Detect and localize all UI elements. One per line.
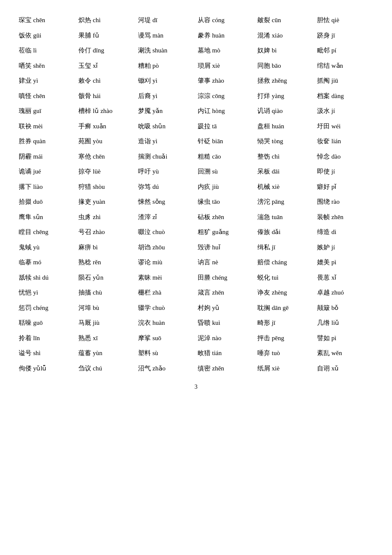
- cell-text: 苑囿 yòu: [78, 138, 102, 145]
- cell-text: 呼吁 yù: [138, 168, 159, 175]
- cell-text: 缜密 zhěn: [198, 365, 224, 372]
- cell-text: 蕴蓄 yùn: [78, 350, 102, 356]
- table-cell: 湍急 tuān: [256, 210, 315, 225]
- table-cell: 哂笑 shěn: [17, 58, 77, 74]
- cell-text: 淙淙 cōng: [198, 92, 225, 99]
- cell-text: 砧板 zhēn: [198, 214, 224, 220]
- table-cell: 譬如 pì: [315, 331, 375, 346]
- cell-text: 讥诮 qiào: [257, 107, 283, 114]
- cell-text: 毗邻 pí: [317, 47, 336, 54]
- cell-text: 紊乱 wěn: [317, 350, 342, 356]
- cell-text: 傣族 dǎi: [257, 228, 280, 235]
- table-cell: 打烊 yàng: [256, 89, 315, 104]
- table-cell: 栅栏 zhà: [136, 285, 196, 301]
- table-cell: 掾吏 yuàn: [77, 194, 136, 210]
- cell-text: 内疚 jiù: [198, 183, 219, 190]
- table-cell: 熟悉 xī: [77, 331, 136, 346]
- table-cell: 砧板 zhēn: [196, 210, 256, 225]
- table-cell: 谥号 shì: [17, 346, 77, 361]
- cell-text: 吮吸 shǔn: [138, 123, 166, 130]
- table-cell: 肇事 zhào: [196, 73, 256, 89]
- table-cell: 内讧 hòng: [196, 104, 256, 119]
- table-cell: 肄业 yì: [17, 73, 77, 89]
- cell-text: 马厩 jiù: [78, 319, 100, 326]
- table-cell: 锄刈 yì: [136, 73, 196, 89]
- cell-text: 号召 zhào: [78, 228, 105, 235]
- cell-text: 毁谤 huǐ: [198, 244, 220, 251]
- table-cell: 莅临 lì: [17, 43, 77, 58]
- cell-text: 内讧 hòng: [198, 107, 225, 114]
- table-cell: 即使 jí: [315, 164, 375, 179]
- cell-text: 抽搐 chù: [78, 289, 102, 296]
- table-cell: 粗犷 guǎng: [196, 225, 256, 240]
- table-cell: 槽棹 lǔ zhào: [77, 104, 136, 119]
- table-row: 舐犊 shì dú陨石 yǔn素昧 mèi田塍 chéng蜕化 tuì畏葸 xǐ: [17, 270, 375, 286]
- table-cell: 舐犊 shì dú: [17, 270, 77, 286]
- table-cell: 撂下 liào: [17, 179, 77, 195]
- cell-text: 抨击 pēng: [257, 335, 284, 341]
- cell-text: 饭依 gūi: [19, 32, 41, 39]
- table-cell: 跻身 jī: [315, 28, 375, 43]
- cell-text: 啜泣 chuò: [138, 228, 165, 235]
- cell-text: 拎着 līn: [19, 335, 40, 341]
- cell-text: 掾吏 yuàn: [78, 198, 105, 205]
- cell-text: 绾结 wǎn: [317, 62, 343, 69]
- table-cell: 豢养 huàn: [196, 28, 256, 43]
- cell-text: 诡谲 jué: [19, 168, 41, 175]
- table-cell: 联袂 mèi: [17, 119, 77, 134]
- table-cell: 苑囿 yòu: [77, 134, 136, 149]
- page-number: 3: [17, 384, 375, 390]
- table-cell: 妆奁 lián: [315, 134, 375, 149]
- cell-text: 回溯 sù: [198, 168, 218, 175]
- table-cell: 饭依 gūi: [17, 28, 77, 43]
- cell-text: 撂下 liào: [19, 183, 43, 190]
- cell-text: 瑰丽 guī: [19, 107, 41, 114]
- cell-text: 自诩 xǔ: [317, 365, 339, 372]
- cell-text: 田塍 chéng: [198, 274, 228, 281]
- cell-text: 寒伧 chēn: [78, 153, 105, 160]
- cell-text: 忧悒 yì: [19, 289, 38, 296]
- table-cell: 涮洗 shuàn: [136, 43, 196, 58]
- table-row: 拎着 līn熟悉 xī摩挲 suō泥淖 nào抨击 pēng譬如 pì: [17, 331, 375, 346]
- cell-text: 从容 cóng: [198, 17, 225, 23]
- cell-text: 几绺 liǔ: [317, 319, 339, 326]
- cell-text: 槽棹 lǔ zhào: [78, 107, 112, 114]
- table-cell: 造诣 yì: [136, 134, 196, 149]
- table-cell: 汲水 jí: [315, 104, 375, 119]
- cell-text: 妆奁 lián: [317, 138, 341, 145]
- word-table: 琛宝 chēn炽热 chì河堤 dī从容 cóng皴裂 cūn胆怯 qiè饭依 …: [17, 13, 375, 376]
- cell-text: 癖好 pǐ: [317, 183, 336, 190]
- cell-text: 昏聩 kuì: [198, 319, 220, 326]
- table-cell: 畋猎 tián: [196, 346, 256, 361]
- table-cell: 紊乱 wěn: [315, 346, 375, 361]
- table-row: 鹰隼 sǔn虫豸 zhì渣滓 zǐ砧板 zhēn湍急 tuān装帧 zhēn: [17, 210, 375, 225]
- table-cell: 几绺 liǔ: [315, 315, 375, 331]
- table-cell: 诡谲 jué: [17, 164, 77, 179]
- cell-text: 缔造 dì: [317, 228, 336, 235]
- cell-text: 弥笃 dú: [138, 183, 159, 190]
- cell-text: 盘桓 huán: [257, 123, 284, 130]
- table-cell: 傣族 dǎi: [256, 225, 315, 240]
- cell-text: 熟稔 rěn: [78, 259, 101, 266]
- cell-text: 蜕化 tuì: [257, 274, 279, 281]
- table-cell: 缜密 zhěn: [196, 361, 256, 376]
- table-cell: 河堤 dī: [136, 13, 196, 28]
- cell-text: 拯救 zhěng: [257, 77, 287, 84]
- table-cell: 讷言 nè: [196, 255, 256, 270]
- cell-text: 琐屑 xiè: [198, 62, 220, 69]
- table-cell: 蜕化 tuì: [256, 270, 315, 286]
- cell-text: 肄业 yì: [19, 77, 38, 84]
- cell-text: 阴霾 mái: [19, 153, 43, 160]
- cell-text: 嫉妒 jí: [317, 244, 335, 251]
- table-row: 饭依 gūi果脯 fǔ谩骂 màn豢养 huàn混淆 xiáo跻身 jī: [17, 28, 375, 43]
- table-row: 胜券 quàn苑囿 yòu造诣 yì针砭 biān恸哭 tòng妆奁 lián: [17, 134, 375, 149]
- table-row: 佝偻 yǔlǚ刍议 chú沼气 zhǎo缜密 zhěn纸屑 xiè自诩 xǔ: [17, 361, 375, 376]
- table-cell: 昏聩 kuì: [196, 315, 256, 331]
- cell-text: 摩挲 suō: [138, 335, 161, 341]
- cell-text: 造诣 yì: [138, 138, 157, 145]
- table-cell: 沼气 zhǎo: [136, 361, 196, 376]
- table-row: 肄业 yì敕令 chì锄刈 yì肇事 zhào拯救 zhěng抓阄 jiū: [17, 73, 375, 89]
- table-cell: 鹰隼 sǔn: [17, 210, 77, 225]
- table-row: 哂笑 shěn玉玺 xǐ糟粕 pò琐屑 xiè同胞 bāo绾结 wǎn: [17, 58, 375, 74]
- cell-text: 缉私 jī: [257, 244, 275, 251]
